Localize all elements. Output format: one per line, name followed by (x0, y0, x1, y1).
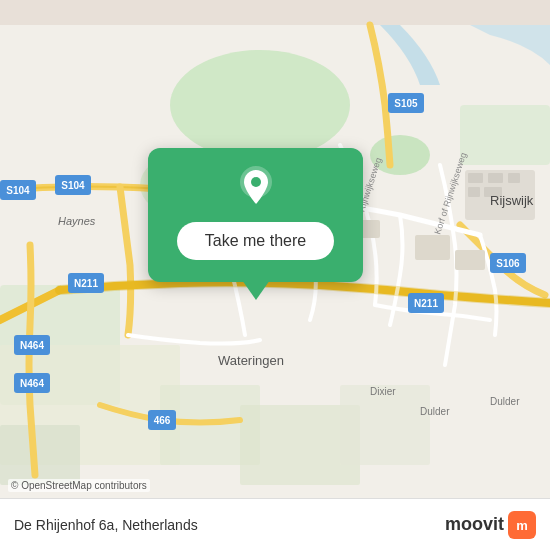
svg-text:S104: S104 (6, 185, 30, 196)
copyright-text: © OpenStreetMap contributors (8, 479, 150, 492)
svg-text:N464: N464 (20, 378, 44, 389)
svg-text:Dixier: Dixier (370, 386, 396, 397)
svg-text:Rijswijk: Rijswijk (490, 193, 534, 208)
svg-rect-9 (340, 385, 430, 465)
svg-text:S105: S105 (394, 98, 418, 109)
moovit-logo: moovit m (445, 511, 536, 539)
popup-tail (242, 280, 270, 300)
take-me-there-button[interactable]: Take me there (177, 222, 334, 260)
map-container: S104 S104 S105 S106 N211 N211 N464 N464 … (0, 0, 550, 550)
location-pin-icon (234, 166, 278, 210)
svg-rect-17 (455, 250, 485, 270)
svg-point-1 (170, 50, 350, 160)
svg-text:N464: N464 (20, 340, 44, 351)
svg-rect-5 (460, 105, 550, 165)
svg-rect-20 (488, 173, 503, 183)
svg-rect-22 (468, 187, 480, 197)
svg-rect-16 (415, 235, 450, 260)
moovit-logo-text: moovit (445, 514, 504, 535)
svg-text:Dulder: Dulder (420, 406, 450, 417)
svg-point-52 (251, 177, 261, 187)
svg-text:Dulder: Dulder (490, 396, 520, 407)
svg-rect-19 (468, 173, 483, 183)
popup-card: Take me there (148, 148, 363, 282)
svg-text:N211: N211 (74, 278, 98, 289)
svg-rect-10 (0, 425, 80, 485)
svg-text:466: 466 (154, 415, 171, 426)
svg-text:Haynes: Haynes (58, 215, 96, 227)
moovit-icon: m (508, 511, 536, 539)
bottom-bar: De Rhijenhof 6a, Netherlands moovit m (0, 498, 550, 550)
svg-text:Wateringen: Wateringen (218, 353, 284, 368)
location-label: De Rhijenhof 6a, Netherlands (14, 517, 198, 533)
svg-text:N211: N211 (414, 298, 438, 309)
svg-rect-21 (508, 173, 520, 183)
svg-text:m: m (516, 518, 528, 533)
svg-text:S106: S106 (496, 258, 520, 269)
svg-text:S104: S104 (61, 180, 85, 191)
